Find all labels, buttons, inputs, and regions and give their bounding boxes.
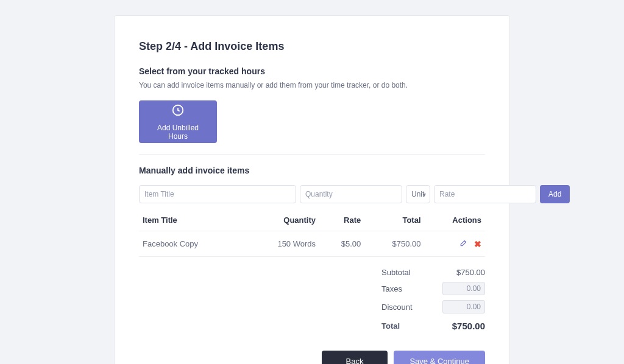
- edit-icon[interactable]: [459, 239, 468, 249]
- subtotal-label: Subtotal: [381, 268, 411, 277]
- cell-actions: ✖: [425, 231, 485, 257]
- total-value: $750.00: [452, 321, 485, 331]
- subtotal-value: $750.00: [456, 268, 485, 277]
- unit-select[interactable]: Unit: [406, 185, 430, 203]
- rate-input[interactable]: [434, 185, 536, 203]
- discount-label: Discount: [381, 303, 413, 312]
- total-label: Total: [381, 321, 400, 331]
- cell-rate: $5.00: [319, 231, 364, 257]
- taxes-input[interactable]: [442, 282, 485, 295]
- delete-icon[interactable]: ✖: [474, 239, 481, 249]
- manual-input-row: Unit ▾ Add: [139, 185, 485, 203]
- tracked-description: You can add invoice items manually or ad…: [139, 81, 485, 89]
- clock-icon: [171, 103, 185, 124]
- subtotal-row: Subtotal $750.00: [381, 265, 485, 279]
- total-row: Total $750.00: [381, 316, 485, 334]
- footer-buttons: Back Save & Continue: [139, 351, 485, 364]
- page-title: Step 2/4 - Add Invoice Items: [139, 40, 485, 53]
- unit-select-wrap: Unit ▾: [406, 185, 430, 203]
- quantity-input[interactable]: [300, 185, 402, 203]
- cell-quantity: 150 Words: [244, 231, 319, 257]
- col-total: Total: [364, 209, 424, 231]
- summary-box: Subtotal $750.00 Taxes Discount Total $7…: [381, 265, 485, 334]
- items-table: Item Title Quantity Rate Total Actions F…: [139, 209, 485, 257]
- manual-heading: Manually add invoice items: [139, 166, 485, 175]
- item-title-input[interactable]: [139, 185, 296, 203]
- add-item-button[interactable]: Add: [540, 185, 570, 203]
- discount-row: Discount: [381, 298, 485, 316]
- add-unbilled-hours-label: Add Unbilled Hours: [151, 124, 205, 141]
- divider: [139, 154, 485, 155]
- tracked-heading: Select from your tracked hours: [139, 66, 485, 76]
- add-unbilled-hours-button[interactable]: Add Unbilled Hours: [139, 100, 217, 143]
- invoice-items-card: Step 2/4 - Add Invoice Items Select from…: [114, 15, 510, 364]
- taxes-label: Taxes: [381, 284, 402, 293]
- discount-input[interactable]: [442, 300, 485, 313]
- col-title: Item Title: [139, 209, 244, 231]
- col-quantity: Quantity: [244, 209, 319, 231]
- table-row: Facebook Copy 150 Words $5.00 $750.00 ✖: [139, 231, 485, 257]
- cell-title: Facebook Copy: [139, 231, 244, 257]
- col-rate: Rate: [319, 209, 364, 231]
- col-actions: Actions: [425, 209, 485, 231]
- back-button[interactable]: Back: [322, 351, 388, 364]
- table-header-row: Item Title Quantity Rate Total Actions: [139, 209, 485, 231]
- cell-total: $750.00: [364, 231, 424, 257]
- taxes-row: Taxes: [381, 279, 485, 298]
- save-continue-button[interactable]: Save & Continue: [394, 351, 485, 364]
